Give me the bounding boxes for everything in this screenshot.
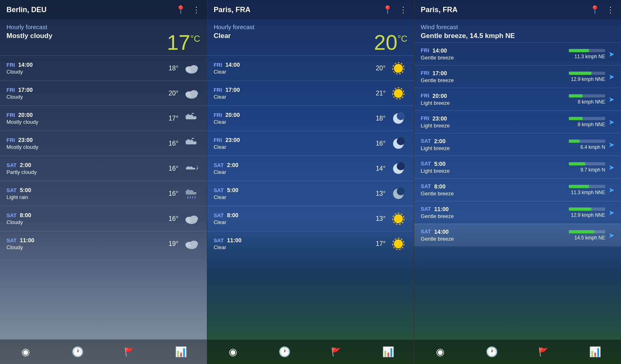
forecast-day: FRI bbox=[6, 62, 15, 68]
forecast-day: FRI bbox=[421, 70, 429, 76]
location-pin-icon[interactable]: 📍 bbox=[590, 5, 600, 15]
berlin-condition-row: Mostly cloudy 17 °C bbox=[6, 32, 200, 53]
svg-line-8 bbox=[192, 196, 193, 199]
forecast-day: FRI bbox=[6, 87, 15, 93]
paris-wind-bottom-nav: ◉ 🕐 🚩 📊 bbox=[414, 339, 621, 364]
forecast-day: SAT bbox=[214, 162, 224, 168]
table-row: SAT 5:00 Clear 13° bbox=[207, 181, 414, 206]
svg-point-2 bbox=[190, 65, 198, 72]
forecast-temp: 16° bbox=[168, 140, 178, 147]
wind-desc: Light breeze bbox=[421, 145, 569, 151]
wind-speed: 11.3 kmph NE bbox=[574, 54, 605, 59]
nav-current-button[interactable]: ◉ bbox=[207, 343, 259, 361]
forecast-temp: 16° bbox=[168, 215, 178, 222]
table-row: FRI 23:00 Clear 16° bbox=[207, 131, 414, 156]
moon-icon bbox=[389, 135, 407, 152]
forecast-temp: 16° bbox=[376, 140, 385, 147]
nav-stats-button[interactable]: 📊 bbox=[155, 343, 207, 361]
menu-icon[interactable]: ⋮ bbox=[192, 5, 200, 15]
forecast-time: 2:00 bbox=[20, 162, 31, 168]
moon-icon bbox=[389, 110, 407, 127]
current-weather-icon: ◉ bbox=[436, 346, 444, 358]
nav-wind-button[interactable]: 🚩 bbox=[518, 343, 570, 361]
forecast-day: FRI bbox=[421, 47, 429, 54]
table-row: FRI 20:00 Mostly cloudy 17° bbox=[0, 106, 207, 131]
wind-bar bbox=[569, 72, 591, 75]
forecast-day: FRI bbox=[421, 93, 429, 99]
berlin-forecast-list: FRI 14:00 Cloudy 18° FRI 17:00 bbox=[0, 55, 207, 339]
forecast-time: 11:00 bbox=[434, 206, 449, 212]
svg-point-30 bbox=[394, 239, 403, 248]
nav-stats-button[interactable]: 📊 bbox=[362, 343, 414, 361]
table-row: FRI 17:00 Clear 21° bbox=[207, 80, 414, 106]
forecast-temp: 20° bbox=[376, 65, 385, 72]
forecast-temp: 21° bbox=[376, 90, 385, 97]
current-weather-icon: ◉ bbox=[229, 346, 237, 358]
forecast-day: FRI bbox=[421, 115, 429, 122]
nav-hourly-button[interactable]: 🕐 bbox=[259, 343, 310, 361]
table-row: SAT 5:00 Light rain 16° bbox=[0, 181, 207, 206]
table-row: FRI 14:00 Gentle breeze 11.3 kmph NE ➤ bbox=[414, 42, 621, 65]
wind-speed: 8 kmph NNE bbox=[578, 99, 605, 105]
forecast-temp: 13° bbox=[376, 215, 385, 222]
forecast-day: FRI bbox=[214, 137, 222, 143]
table-row: FRI 23:00 Light breeze 8 kmph NNE ➤ bbox=[414, 110, 621, 133]
forecast-time: 17:00 bbox=[225, 87, 240, 93]
wind-bar bbox=[569, 94, 583, 97]
forecast-day: SAT bbox=[6, 187, 17, 193]
table-row: SAT 2:00 Clear 14° bbox=[207, 156, 414, 181]
paris-hourly-condition-row: Clear 20 °C bbox=[214, 32, 408, 53]
paris-wind-forecast-header: Wind forecast Gentle breeze, 14.5 kmph N… bbox=[414, 19, 621, 42]
forecast-time: 20:00 bbox=[432, 93, 447, 99]
forecast-temp: 14° bbox=[376, 165, 385, 172]
nav-stats-button[interactable]: 📊 bbox=[569, 343, 621, 361]
paris-wind-header: Paris, FRA 📍 ⋮ bbox=[414, 0, 621, 19]
forecast-desc: Clear bbox=[214, 219, 376, 225]
sun-icon bbox=[389, 85, 407, 102]
nav-wind-button[interactable]: 🚩 bbox=[310, 343, 362, 361]
mostly-cloudy-night-icon bbox=[183, 110, 200, 127]
forecast-time: 23:00 bbox=[18, 137, 33, 143]
location-pin-icon[interactable]: 📍 bbox=[176, 5, 186, 15]
nav-hourly-button[interactable]: 🕐 bbox=[466, 343, 518, 361]
berlin-forecast-label: Hourly forecast bbox=[6, 23, 200, 30]
wind-desc: Gentle breeze bbox=[421, 55, 569, 61]
nav-current-button[interactable]: ◉ bbox=[0, 343, 52, 361]
forecast-day: FRI bbox=[214, 62, 222, 68]
nav-wind-button[interactable]: 🚩 bbox=[103, 343, 155, 361]
forecast-time: 17:00 bbox=[432, 70, 447, 76]
berlin-condition: Mostly cloudy bbox=[6, 32, 52, 40]
table-row: FRI 20:00 Light breeze 8 kmph NNE ➤ bbox=[414, 88, 621, 110]
forecast-desc: Mostly cloudy bbox=[6, 119, 168, 125]
forecast-day: FRI bbox=[214, 87, 222, 93]
svg-point-5 bbox=[190, 90, 198, 97]
forecast-desc: Clear bbox=[214, 144, 376, 150]
wind-bar-container bbox=[569, 94, 605, 97]
forecast-time: 20:00 bbox=[225, 112, 240, 118]
menu-icon[interactable]: ⋮ bbox=[606, 5, 615, 15]
forecast-desc: Cloudy bbox=[6, 244, 168, 250]
forecast-time: 14:00 bbox=[434, 229, 449, 235]
forecast-day: SAT bbox=[421, 229, 431, 235]
forecast-time: 8:00 bbox=[20, 212, 31, 218]
wind-forecast-icon: 🚩 bbox=[124, 347, 134, 357]
location-pin-icon[interactable]: 📍 bbox=[383, 5, 393, 15]
paris-hourly-panel: Paris, FRA 📍 ⋮ Hourly forecast Clear 20 … bbox=[207, 0, 415, 364]
nav-hourly-button[interactable]: 🕐 bbox=[52, 343, 104, 361]
forecast-time: 14:00 bbox=[225, 61, 240, 68]
wind-direction-icon: ➤ bbox=[608, 140, 615, 149]
forecast-day: FRI bbox=[214, 112, 222, 118]
table-row: SAT 8:00 Gentle breeze 11.3 kmph NNE ➤ bbox=[414, 178, 621, 201]
menu-icon[interactable]: ⋮ bbox=[399, 5, 407, 15]
wind-direction-icon: ➤ bbox=[608, 163, 615, 172]
sun-icon bbox=[389, 235, 407, 253]
wind-speed: 9.7 kmph N bbox=[581, 167, 605, 173]
wind-desc: Gentle breeze bbox=[421, 190, 569, 197]
forecast-day: SAT bbox=[214, 212, 224, 218]
forecast-desc: Clear bbox=[214, 244, 376, 250]
wind-forecast-icon: 🚩 bbox=[331, 347, 341, 357]
wind-desc: Gentle breeze bbox=[421, 236, 569, 242]
forecast-time: 23:00 bbox=[225, 137, 240, 143]
forecast-desc: Clear bbox=[214, 169, 376, 175]
nav-current-button[interactable]: ◉ bbox=[414, 343, 466, 361]
